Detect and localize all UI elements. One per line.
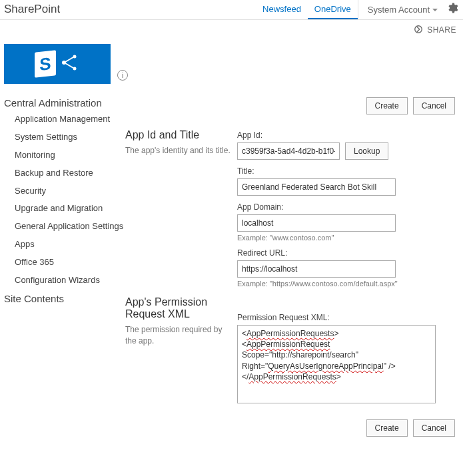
share-button[interactable]: SHARE: [427, 25, 456, 35]
appid-label: App Id:: [237, 130, 459, 140]
user-menu[interactable]: System Account: [358, 0, 442, 19]
section-ident-title: App Id and Title: [125, 129, 231, 141]
domain-label: App Domain:: [237, 202, 459, 212]
brand: SharePoint: [0, 0, 67, 19]
nav-backup-restore[interactable]: Backup and Restore: [15, 168, 93, 178]
nav-onedrive[interactable]: OneDrive: [308, 0, 358, 19]
sharepoint-logo: S: [4, 44, 111, 84]
title-label: Title:: [237, 166, 459, 176]
nav-upgrade-migration[interactable]: Upgrade and Migration: [15, 203, 103, 213]
xml-label: Permission Request XML:: [237, 313, 459, 322]
redirect-input[interactable]: [237, 260, 396, 278]
create-button-bottom[interactable]: Create: [366, 419, 408, 437]
create-button-top[interactable]: Create: [366, 97, 408, 115]
svg-line-4: [65, 63, 73, 68]
share-row: SHARE: [0, 20, 463, 40]
cancel-button-top[interactable]: Cancel: [413, 97, 455, 115]
form-col: Create Cancel App Id: Lookup Title: App …: [237, 97, 459, 437]
lookup-button[interactable]: Lookup: [345, 142, 388, 160]
info-icon[interactable]: i: [117, 70, 128, 81]
share-dots-icon: [60, 53, 80, 75]
domain-example: Example: "www.contoso.com": [237, 234, 459, 242]
section-ident-desc: The app's identity and its title.: [125, 145, 231, 156]
nav-newsfeed[interactable]: Newsfeed: [256, 0, 308, 19]
nav-system-settings[interactable]: System Settings: [15, 132, 77, 142]
nav-site-contents[interactable]: Site Contents: [4, 293, 64, 304]
nav-monitoring[interactable]: Monitoring: [15, 150, 55, 160]
nav-general-app-settings[interactable]: General Application Settings: [15, 221, 123, 231]
share-icon: [414, 25, 423, 36]
svg-line-3: [65, 57, 73, 62]
logo-row: S i: [0, 40, 463, 88]
domain-input[interactable]: [237, 214, 396, 232]
nav-app-mgmt[interactable]: Application Management: [15, 114, 110, 124]
title-input[interactable]: [237, 178, 396, 196]
section-perm-title: App's Permission Request XML: [125, 296, 231, 320]
nav-apps[interactable]: Apps: [15, 239, 35, 249]
xml-textarea[interactable]: <AppPermissionRequests> <AppPermissionRe…: [237, 325, 436, 403]
redirect-label: Redirect URL:: [237, 248, 459, 258]
cancel-button-bottom[interactable]: Cancel: [413, 419, 455, 437]
chevron-down-icon: [432, 9, 438, 11]
appid-input[interactable]: [237, 142, 340, 160]
gear-icon[interactable]: [442, 0, 463, 19]
suite-bar: SharePoint Newsfeed OneDrive System Acco…: [0, 0, 463, 20]
nav-office365[interactable]: Office 365: [15, 257, 54, 267]
nav-header[interactable]: Central Administration: [4, 97, 125, 109]
section-perm-desc: The permission required by the app.: [125, 324, 231, 347]
left-nav: Central Administration Application Manag…: [4, 97, 125, 437]
nav-config-wizards[interactable]: Configuration Wizards: [15, 275, 100, 285]
nav-security[interactable]: Security: [15, 186, 46, 196]
desc-col: App Id and Title The app's identity and …: [125, 97, 237, 437]
redirect-example: Example: "https://www.contoso.com/defaul…: [237, 280, 459, 288]
user-name: System Account: [368, 5, 430, 15]
